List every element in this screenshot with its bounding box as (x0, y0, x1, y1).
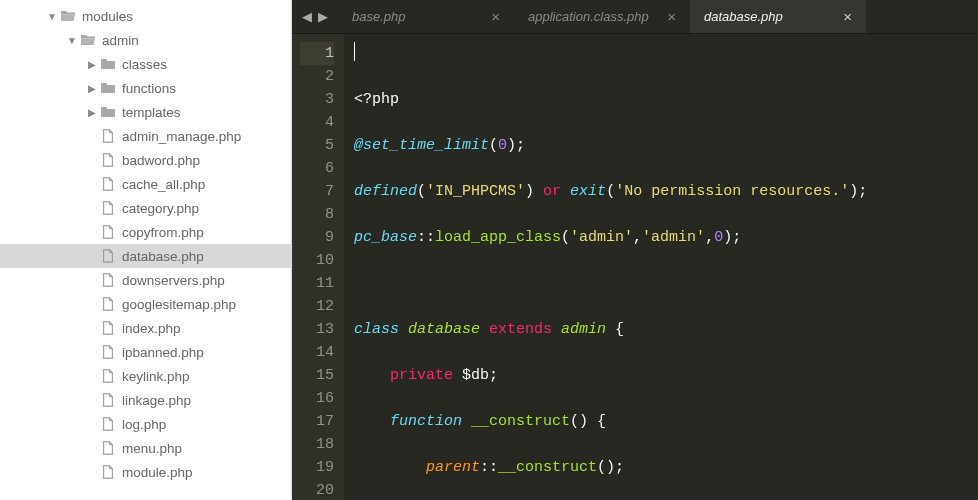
chevron-down-icon[interactable]: ▼ (66, 35, 78, 46)
file-icon (100, 440, 116, 456)
line-number: 6 (300, 157, 334, 180)
tree-item[interactable]: googlesitemap.php (0, 292, 291, 316)
tree-item[interactable]: downservers.php (0, 268, 291, 292)
line-number: 16 (300, 387, 334, 410)
tree-item[interactable]: ▶classes (0, 52, 291, 76)
file-icon (100, 272, 116, 288)
tree-item[interactable]: database.php (0, 244, 291, 268)
folder-open-icon (60, 8, 76, 24)
file-icon (100, 296, 116, 312)
chevron-right-icon[interactable]: ▶ (86, 59, 98, 70)
file-icon (100, 416, 116, 432)
tab-label: database.php (704, 9, 783, 24)
line-number: 15 (300, 364, 334, 387)
tree-item[interactable]: ipbanned.php (0, 340, 291, 364)
line-number: 8 (300, 203, 334, 226)
chevron-right-icon[interactable]: ▶ (86, 83, 98, 94)
file-icon (100, 200, 116, 216)
tree-item-label: copyfrom.php (122, 225, 204, 240)
file-tree-sidebar[interactable]: ▼modules▼admin▶classes▶functions▶templat… (0, 0, 292, 500)
tree-item[interactable]: index.php (0, 316, 291, 340)
tab-prev-icon[interactable]: ◀ (302, 9, 312, 24)
tree-item-label: downservers.php (122, 273, 225, 288)
line-number: 12 (300, 295, 334, 318)
tree-item-label: admin_manage.php (122, 129, 241, 144)
tab-nav-arrows: ◀ ▶ (292, 9, 338, 24)
folder-icon (100, 80, 116, 96)
tab-bar: ◀ ▶ base.php×application.class.php×datab… (292, 0, 978, 34)
close-icon[interactable]: × (667, 8, 676, 25)
line-number: 5 (300, 134, 334, 157)
tree-item[interactable]: admin_manage.php (0, 124, 291, 148)
tree-item-label: modules (82, 9, 133, 24)
tree-item-label: functions (122, 81, 176, 96)
tree-item[interactable]: module.php (0, 460, 291, 484)
tree-item[interactable]: ▶templates (0, 100, 291, 124)
file-icon (100, 152, 116, 168)
tabs-container: base.php×application.class.php×database.… (338, 0, 866, 33)
tree-item[interactable]: cache_all.php (0, 172, 291, 196)
text-cursor (354, 42, 355, 61)
tree-item-label: linkage.php (122, 393, 191, 408)
editor-tab[interactable]: database.php× (690, 0, 866, 33)
line-number: 9 (300, 226, 334, 249)
line-number: 4 (300, 111, 334, 134)
tree-item[interactable]: keylink.php (0, 364, 291, 388)
line-number: 14 (300, 341, 334, 364)
tree-item-label: admin (102, 33, 139, 48)
tree-item[interactable]: linkage.php (0, 388, 291, 412)
tree-item[interactable]: copyfrom.php (0, 220, 291, 244)
tree-item-label: module.php (122, 465, 193, 480)
file-icon (100, 464, 116, 480)
app-root: ▼modules▼admin▶classes▶functions▶templat… (0, 0, 978, 500)
folder-open-icon (80, 32, 96, 48)
file-icon (100, 320, 116, 336)
tree-item-label: googlesitemap.php (122, 297, 236, 312)
tab-label: application.class.php (528, 9, 649, 24)
tree-item-label: log.php (122, 417, 166, 432)
line-number: 10 (300, 249, 334, 272)
tab-next-icon[interactable]: ▶ (318, 9, 328, 24)
editor-tab[interactable]: application.class.php× (514, 0, 690, 33)
tree-item[interactable]: ▶functions (0, 76, 291, 100)
tree-item[interactable]: badword.php (0, 148, 291, 172)
file-icon (100, 128, 116, 144)
tree-item-label: templates (122, 105, 181, 120)
tree-item-label: keylink.php (122, 369, 190, 384)
tree-item-label: category.php (122, 201, 199, 216)
line-number: 1 (300, 42, 334, 65)
line-number: 13 (300, 318, 334, 341)
tree-item-label: index.php (122, 321, 181, 336)
tree-item-label: cache_all.php (122, 177, 205, 192)
tree-item-label: classes (122, 57, 167, 72)
tree-item-label: badword.php (122, 153, 200, 168)
close-icon[interactable]: × (843, 8, 852, 25)
folder-icon (100, 56, 116, 72)
file-icon (100, 368, 116, 384)
line-number: 18 (300, 433, 334, 456)
code-area[interactable]: 1234567891011121314151617181920 <?php @s… (292, 34, 978, 500)
tree-item[interactable]: ▼admin (0, 28, 291, 52)
line-number: 17 (300, 410, 334, 433)
line-number: 19 (300, 456, 334, 479)
tree-item[interactable]: category.php (0, 196, 291, 220)
line-number: 2 (300, 65, 334, 88)
chevron-down-icon[interactable]: ▼ (46, 11, 58, 22)
tree-item-label: database.php (122, 249, 204, 264)
line-gutter: 1234567891011121314151617181920 (292, 34, 344, 500)
file-icon (100, 248, 116, 264)
chevron-right-icon[interactable]: ▶ (86, 107, 98, 118)
line-number: 3 (300, 88, 334, 111)
tree-item[interactable]: ▼modules (0, 4, 291, 28)
editor-tab[interactable]: base.php× (338, 0, 514, 33)
file-icon (100, 176, 116, 192)
editor-pane: ◀ ▶ base.php×application.class.php×datab… (292, 0, 978, 500)
tree-item[interactable]: log.php (0, 412, 291, 436)
close-icon[interactable]: × (491, 8, 500, 25)
file-icon (100, 224, 116, 240)
line-number: 7 (300, 180, 334, 203)
tree-item[interactable]: menu.php (0, 436, 291, 460)
folder-icon (100, 104, 116, 120)
code-content[interactable]: <?php @set_time_limit(0); defined('IN_PH… (344, 34, 978, 500)
file-icon (100, 392, 116, 408)
